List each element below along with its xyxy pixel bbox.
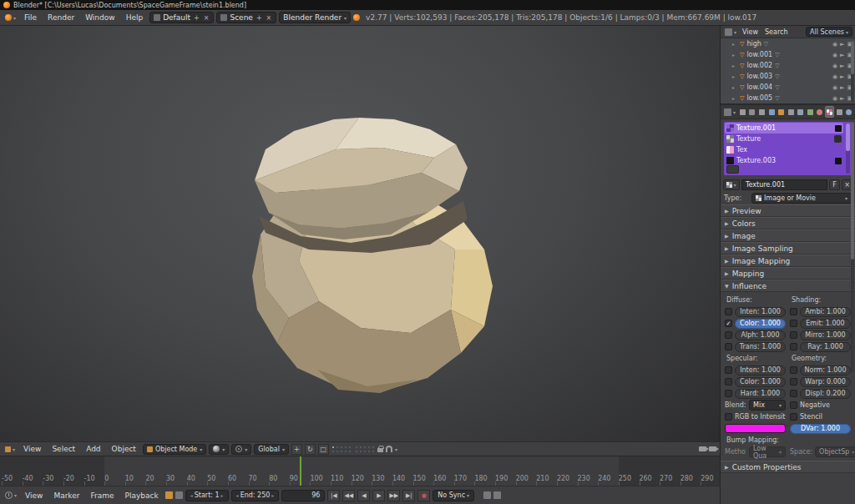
panel-influence-header[interactable]: ▼Influence: [721, 280, 855, 292]
outliner-search-menu[interactable]: Search: [762, 28, 790, 36]
end-frame-field[interactable]: ◂End: 250▸: [231, 490, 280, 501]
texture-slot[interactable]: Texture: [725, 134, 843, 144]
rock-mesh-objects[interactable]: [0, 26, 720, 456]
outliner-item[interactable]: ▸ ▽ low.005 ▽ ◉ ► ▣: [721, 93, 855, 103]
outliner-item[interactable]: ▸ ▽ low.003 ▽ ◉ ► ▣: [721, 71, 855, 82]
delete-scene-button[interactable]: ×: [266, 14, 273, 22]
properties-scrollbar[interactable]: [851, 122, 854, 372]
dvar-slider[interactable]: DVar: 1.000: [790, 424, 851, 434]
geometry-normal-checkbox[interactable]: [790, 366, 797, 374]
insert-keyframe-icon[interactable]: [493, 491, 501, 499]
texture-enable-checkbox[interactable]: [834, 135, 842, 143]
diffuse-color-slider[interactable]: Color: 1.000: [735, 319, 786, 329]
render-engine-dropdown[interactable]: Blender Render ▾: [279, 12, 351, 23]
diffuse-translucency-checkbox[interactable]: [725, 343, 732, 350]
outliner-item[interactable]: ▸ ▽ low.002 ▽ ◉ ► ▣: [721, 60, 855, 71]
diffuse-intensity-checkbox[interactable]: [725, 308, 732, 315]
specular-color-checkbox[interactable]: [725, 378, 732, 386]
selectability-cursor-icon[interactable]: ►: [840, 52, 844, 58]
play-reverse-button[interactable]: ◀: [357, 490, 370, 501]
shading-ambient-slider[interactable]: Ambi: 1.000: [800, 307, 851, 317]
outliner-editor-type-button[interactable]: ▾: [723, 28, 738, 37]
geometry-displace-checkbox[interactable]: [790, 390, 797, 397]
window-menu[interactable]: Window: [81, 13, 119, 22]
info-editor-type-button[interactable]: ▾: [3, 13, 18, 22]
texture-name-field[interactable]: Texture.001: [741, 179, 827, 190]
outliner-display-filter-dropdown[interactable]: All Scenes▾: [806, 27, 852, 37]
panel-preview-header[interactable]: ▶Preview: [721, 204, 855, 217]
expand-icon[interactable]: ▸: [732, 95, 738, 101]
properties-editor-type-button[interactable]: ▾: [722, 108, 737, 117]
visibility-eye-icon[interactable]: ◉: [832, 84, 837, 91]
panel-mapping-header[interactable]: ▶Mapping: [721, 267, 855, 280]
opengl-render-icon[interactable]: [699, 446, 706, 451]
tab-world[interactable]: [767, 106, 777, 118]
texture-list-scrollbar[interactable]: [846, 123, 850, 174]
jump-to-start-button[interactable]: |◀: [327, 490, 340, 501]
selectability-cursor-icon[interactable]: ►: [840, 73, 844, 80]
viewport-add-menu[interactable]: Add: [82, 445, 104, 453]
scene-dropdown[interactable]: Scene + ×: [216, 12, 276, 23]
screen-layout-dropdown[interactable]: Default + ×: [149, 12, 214, 23]
current-frame-field[interactable]: 96: [281, 490, 325, 501]
prev-keyframe-button[interactable]: ◀◀: [342, 490, 355, 501]
play-button[interactable]: ▶: [372, 490, 385, 501]
snap-magnet-icon[interactable]: [386, 446, 392, 452]
shading-raymir-checkbox[interactable]: [790, 343, 797, 350]
visibility-eye-icon[interactable]: ◉: [832, 52, 837, 58]
tab-scene[interactable]: [757, 106, 766, 118]
shading-mirror-slider[interactable]: Mirro: 1.000: [800, 330, 851, 340]
tab-render[interactable]: [738, 106, 747, 118]
preview-range-icon[interactable]: [165, 491, 173, 499]
outliner-view-menu[interactable]: View: [740, 28, 761, 36]
tab-data[interactable]: [806, 106, 815, 118]
blend-mode-dropdown[interactable]: Mix▾: [749, 400, 786, 411]
translate-manipulator-button[interactable]: +: [291, 444, 302, 455]
visibility-eye-icon[interactable]: ◉: [832, 63, 837, 69]
transform-orientation-dropdown[interactable]: Global ▾: [254, 444, 289, 455]
specular-color-slider[interactable]: Color: 1.000: [735, 377, 786, 387]
diffuse-translucency-slider[interactable]: Trans: 1.000: [735, 342, 786, 352]
opengl-render-anim-icon[interactable]: [709, 446, 716, 451]
selectability-cursor-icon[interactable]: ►: [840, 95, 844, 102]
panel-custom-properties-header[interactable]: ▶Custom Properties: [721, 461, 855, 473]
next-keyframe-button[interactable]: ▶▶: [387, 490, 400, 501]
texture-slot-toggle[interactable]: [835, 125, 842, 132]
geometry-displace-slider[interactable]: Displ: 0.200: [800, 389, 851, 399]
panel-colors-header[interactable]: ▶Colors: [721, 217, 855, 229]
expand-icon[interactable]: ▸: [732, 52, 738, 58]
visibility-eye-icon[interactable]: ◉: [832, 73, 837, 80]
render-menu[interactable]: Render: [43, 13, 78, 22]
scale-manipulator-button[interactable]: □: [318, 444, 329, 455]
texture-slot[interactable]: Tex: [725, 144, 843, 155]
specular-hardness-slider[interactable]: Hard: 1.000: [735, 389, 786, 399]
shading-emit-checkbox[interactable]: [790, 320, 797, 327]
help-menu[interactable]: Help: [122, 13, 148, 22]
visibility-eye-icon[interactable]: ◉: [832, 95, 837, 102]
specular-intensity-slider[interactable]: Inten: 1.000: [735, 365, 786, 375]
selectability-cursor-icon[interactable]: ►: [840, 84, 844, 91]
outliner-scrollbar[interactable]: [851, 41, 854, 102]
layers-widget[interactable]: [331, 446, 375, 453]
selectability-cursor-icon[interactable]: ►: [840, 41, 844, 48]
shading-emit-slider[interactable]: Emit: 1.000: [800, 319, 851, 329]
shading-raymir-slider[interactable]: Ray: 1.000: [800, 342, 851, 352]
tab-particles[interactable]: [835, 106, 844, 118]
geometry-normal-slider[interactable]: Norm: 1.000: [800, 365, 851, 375]
timeline-editor-type-button[interactable]: ▾: [3, 491, 18, 500]
keying-set-icon[interactable]: [483, 491, 491, 499]
tab-constraints[interactable]: [787, 106, 796, 118]
viewport-select-menu[interactable]: Select: [48, 445, 79, 453]
add-scene-button[interactable]: +: [255, 14, 263, 22]
timeline-marker-menu[interactable]: Marker: [49, 491, 83, 500]
texture-context-button[interactable]: [726, 165, 739, 174]
stencil-checkbox[interactable]: [790, 413, 797, 421]
file-menu[interactable]: File: [20, 13, 41, 22]
panel-image-sampling-header[interactable]: ▶Image Sampling: [721, 242, 855, 255]
expand-icon[interactable]: ▸: [732, 63, 738, 68]
snap-mode-dropdown[interactable]: ▾: [395, 446, 397, 452]
fake-user-button[interactable]: F: [829, 179, 840, 190]
sync-mode-dropdown[interactable]: No Sync▾: [433, 490, 474, 501]
outliner-item[interactable]: ▸ ▽ low.001 ▽ ◉ ► ▣: [721, 49, 855, 60]
jump-to-end-button[interactable]: ▶|: [402, 490, 415, 501]
